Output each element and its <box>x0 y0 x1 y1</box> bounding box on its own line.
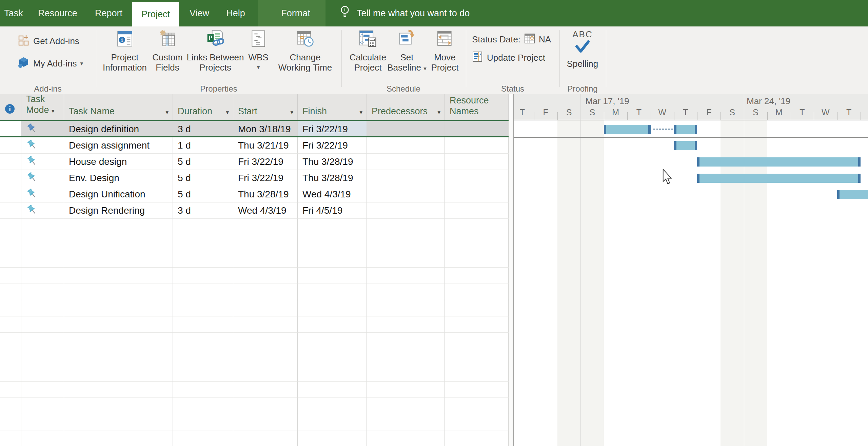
cell-start[interactable]: Fri 3/22/19 <box>233 154 298 170</box>
cell-name[interactable]: House design <box>64 154 173 170</box>
cell-mode[interactable] <box>21 333 64 349</box>
cell-mode[interactable] <box>21 235 64 251</box>
cell-finish[interactable]: Thu 3/28/19 <box>298 170 367 186</box>
cell-start[interactable] <box>233 365 298 382</box>
gantt-bar[interactable] <box>674 141 697 150</box>
links-between-projects-button[interactable]: P Links Between Projects <box>186 29 244 73</box>
cell-name[interactable] <box>64 398 173 414</box>
cell-start[interactable] <box>233 235 298 251</box>
cell-name[interactable] <box>64 300 173 316</box>
cell-info[interactable] <box>0 235 21 251</box>
cell-finish[interactable]: Thu 3/28/19 <box>298 154 367 170</box>
cell-start[interactable] <box>233 333 298 349</box>
cell-info[interactable] <box>0 268 21 284</box>
cell-predecessors[interactable] <box>367 154 445 170</box>
tab-resource[interactable]: Resource <box>36 0 80 26</box>
cell-resources[interactable] <box>445 430 509 446</box>
cell-start[interactable] <box>233 430 298 446</box>
set-baseline-button[interactable]: Set Baseline ▾ <box>385 29 429 74</box>
cell-start[interactable] <box>233 300 298 316</box>
cell-resources[interactable] <box>445 300 509 316</box>
cell-resources[interactable] <box>445 349 509 365</box>
cell-resources[interactable] <box>445 414 509 430</box>
cell-start[interactable] <box>233 398 298 414</box>
change-working-time-button[interactable]: Change Working Time <box>276 29 334 73</box>
cell-mode[interactable] <box>21 414 64 430</box>
calculate-project-button[interactable]: Calculate Project <box>348 29 388 73</box>
cell-mode[interactable] <box>21 170 64 186</box>
cell-duration[interactable] <box>173 268 233 284</box>
cell-duration[interactable] <box>173 300 233 316</box>
cell-info[interactable] <box>0 202 21 219</box>
cell-start[interactable] <box>233 414 298 430</box>
cell-resources[interactable] <box>445 235 509 251</box>
cell-info[interactable] <box>0 284 21 300</box>
cell-finish[interactable] <box>298 349 367 365</box>
cell-finish[interactable] <box>298 333 367 349</box>
cell-info[interactable] <box>0 333 21 349</box>
my-addins-button[interactable]: My Add-ins ▾ <box>18 56 83 71</box>
cell-resources[interactable] <box>445 316 509 333</box>
cell-info[interactable] <box>0 316 21 333</box>
cell-mode[interactable] <box>21 284 64 300</box>
cell-info[interactable] <box>0 300 21 316</box>
cell-finish[interactable]: Fri 3/22/19 <box>298 137 367 154</box>
cell-start[interactable]: Fri 3/22/19 <box>233 170 298 186</box>
cell-resources[interactable] <box>445 170 509 186</box>
column-header-predecessors[interactable]: Predecessors▾ <box>367 94 445 120</box>
cell-predecessors[interactable] <box>367 382 445 398</box>
cell-start[interactable] <box>233 382 298 398</box>
project-information-button[interactable]: i Project Information <box>99 29 150 73</box>
cell-predecessors[interactable] <box>367 316 445 333</box>
cell-duration[interactable]: 5 d <box>173 154 233 170</box>
gantt-bar[interactable] <box>674 125 697 134</box>
cell-duration[interactable] <box>173 251 233 268</box>
cell-name[interactable] <box>64 430 173 446</box>
pane-splitter[interactable] <box>509 94 514 446</box>
status-date-control[interactable]: Status Date: NA <box>472 33 551 46</box>
cell-mode[interactable] <box>21 121 64 137</box>
cell-predecessors[interactable] <box>367 414 445 430</box>
cell-resources[interactable] <box>445 284 509 300</box>
cell-mode[interactable] <box>21 137 64 154</box>
cell-start[interactable] <box>233 219 298 235</box>
cell-predecessors[interactable] <box>367 137 445 154</box>
spelling-button[interactable]: ABC Spelling <box>566 29 599 69</box>
tab-project[interactable]: Project <box>132 2 179 26</box>
cell-resources[interactable] <box>445 186 509 202</box>
update-project-button[interactable]: Update Project <box>472 51 545 65</box>
column-header-mode[interactable]: TaskMode ▾ <box>21 94 64 120</box>
cell-duration[interactable]: 5 d <box>173 170 233 186</box>
cell-finish[interactable] <box>298 430 367 446</box>
gantt-bar[interactable] <box>837 190 868 199</box>
cell-name[interactable]: Design definition <box>64 121 173 137</box>
cell-duration[interactable] <box>173 316 233 333</box>
cell-predecessors[interactable] <box>367 235 445 251</box>
cell-duration[interactable]: 3 d <box>173 121 233 137</box>
cell-name[interactable] <box>64 284 173 300</box>
cell-predecessors[interactable] <box>367 398 445 414</box>
cell-name[interactable]: Env. Design <box>64 170 173 186</box>
cell-predecessors[interactable] <box>367 268 445 284</box>
cell-name[interactable]: Design assignment <box>64 137 173 154</box>
cell-finish[interactable] <box>298 235 367 251</box>
cell-resources[interactable] <box>445 202 509 219</box>
move-project-button[interactable]: Move Project <box>426 29 463 73</box>
cell-finish[interactable] <box>298 398 367 414</box>
cell-finish[interactable]: Fri 3/22/19 <box>298 121 367 137</box>
tab-view[interactable]: View <box>186 0 213 26</box>
cell-predecessors[interactable] <box>367 333 445 349</box>
cell-predecessors[interactable] <box>367 365 445 382</box>
cell-info[interactable] <box>0 251 21 268</box>
cell-name[interactable] <box>64 382 173 398</box>
cell-predecessors[interactable] <box>367 349 445 365</box>
cell-mode[interactable] <box>21 382 64 398</box>
cell-mode[interactable] <box>21 154 64 170</box>
cell-mode[interactable] <box>21 202 64 219</box>
cell-info[interactable] <box>0 365 21 382</box>
cell-name[interactable]: Design Unification <box>64 186 173 202</box>
cell-resources[interactable] <box>445 382 509 398</box>
cell-start[interactable]: Thu 3/28/19 <box>233 186 298 202</box>
cell-predecessors[interactable] <box>367 170 445 186</box>
filter-arrow-icon[interactable]: ▾ <box>437 109 440 116</box>
